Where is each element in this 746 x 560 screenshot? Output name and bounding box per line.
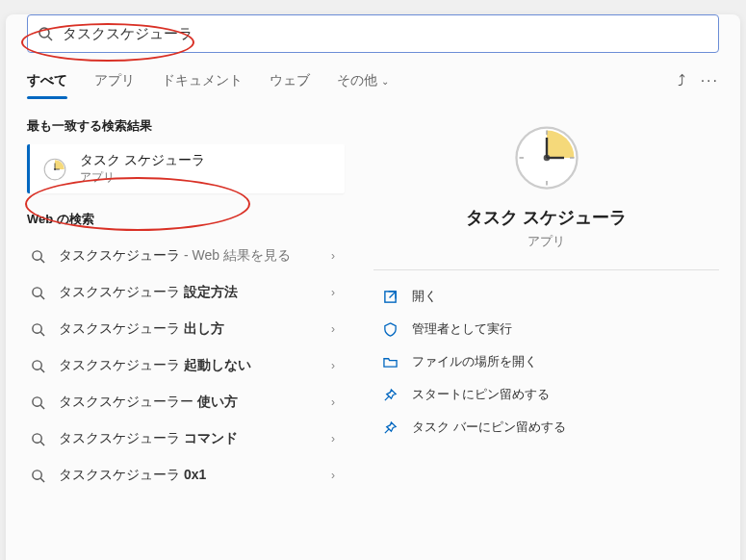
action-item[interactable]: スタートにピン留めする	[373, 378, 719, 411]
svg-line-9	[40, 295, 44, 299]
web-result-text: タスクスケジューラー 使い方	[59, 394, 318, 411]
tab-documents[interactable]: ドキュメント	[162, 64, 243, 97]
svg-line-19	[40, 478, 44, 482]
web-result-item[interactable]: タスクスケジューラ 0x1 ›	[27, 457, 345, 494]
chevron-right-icon: ›	[331, 249, 341, 263]
task-scheduler-icon	[41, 156, 68, 183]
detail-subtitle: アプリ	[527, 233, 565, 250]
share-icon[interactable]: ⤴	[678, 72, 685, 89]
search-icon	[31, 322, 45, 337]
action-label: 管理者として実行	[412, 320, 512, 338]
web-result-text: タスクスケジューラ コマンド	[59, 430, 318, 447]
action-item[interactable]: タスク バーにピン留めする	[373, 411, 719, 444]
web-list: タスクスケジューラ - Web 結果を見る › タスクスケジューラ 設定方法 ›…	[27, 238, 345, 494]
chevron-right-icon: ›	[331, 322, 341, 336]
tab-label: すべて	[27, 72, 67, 88]
search-icon	[31, 286, 45, 300]
svg-line-11	[40, 332, 44, 336]
tab-apps[interactable]: アプリ	[94, 64, 135, 97]
svg-point-6	[33, 250, 41, 259]
right-column: タスク スケジューラ アプリ 開く管理者として実行ファイルの場所を開くスタートに…	[373, 114, 719, 552]
open-icon	[381, 290, 399, 304]
web-result-item[interactable]: タスクスケジューラ - Web 結果を見る ›	[27, 238, 345, 274]
chevron-right-icon: ›	[331, 286, 341, 299]
pin-icon	[381, 420, 399, 435]
svg-line-7	[40, 259, 44, 263]
task-scheduler-icon-large	[512, 123, 581, 192]
svg-point-10	[33, 323, 41, 332]
web-section: Web の検索 タスクスケジューラ - Web 結果を見る › タスクスケジュー…	[27, 211, 345, 494]
search-icon	[31, 395, 45, 410]
content: 最も一致する検索結果 タスク スケジューラ アプリ Web の検索 タスクスケジ…	[27, 114, 719, 552]
chevron-right-icon: ›	[331, 432, 341, 445]
svg-point-18	[33, 470, 41, 478]
svg-point-14	[33, 396, 41, 405]
more-icon[interactable]: ···	[701, 72, 719, 89]
web-result-item[interactable]: タスクスケジューラ 設定方法 ›	[27, 274, 345, 311]
search-icon	[38, 26, 53, 41]
action-label: タスク バーにピン留めする	[412, 419, 566, 436]
folder-icon	[381, 355, 399, 369]
tab-label: ウェブ	[270, 72, 310, 88]
chevron-down-icon: ⌄	[381, 76, 389, 87]
svg-point-16	[33, 433, 41, 442]
search-icon	[31, 249, 45, 264]
svg-line-29	[389, 291, 396, 297]
action-label: スタートにピン留めする	[412, 386, 550, 403]
svg-point-8	[33, 287, 41, 295]
chevron-right-icon: ›	[331, 395, 341, 409]
best-match-subtitle: アプリ	[80, 169, 205, 186]
search-window: すべて アプリ ドキュメント ウェブ その他⌄ ⤴ ··· 最も一致する検索結果…	[6, 14, 740, 560]
tab-all[interactable]: すべて	[27, 64, 67, 97]
tab-more[interactable]: その他⌄	[337, 64, 389, 97]
action-label: ファイルの場所を開く	[412, 353, 537, 370]
best-match-title: タスク スケジューラ	[80, 152, 205, 169]
svg-line-13	[40, 369, 44, 372]
search-icon	[31, 469, 45, 483]
search-icon	[31, 359, 45, 373]
web-result-item[interactable]: タスクスケジューラー 使い方 ›	[27, 384, 345, 420]
chevron-right-icon: ›	[331, 469, 341, 482]
search-bar[interactable]	[27, 14, 719, 53]
search-icon	[31, 432, 45, 446]
best-match-heading: 最も一致する検索結果	[27, 117, 345, 135]
web-result-item[interactable]: タスクスケジューラ 出し方 ›	[27, 311, 345, 347]
action-item[interactable]: 開く	[373, 280, 719, 313]
admin-icon	[381, 322, 399, 337]
web-result-text: タスクスケジューラ 出し方	[59, 320, 318, 338]
web-heading: Web の検索	[27, 211, 345, 228]
web-result-text: タスクスケジューラ 0x1	[59, 467, 318, 484]
left-column: 最も一致する検索結果 タスク スケジューラ アプリ Web の検索 タスクスケジ…	[27, 114, 345, 552]
best-match-text: タスク スケジューラ アプリ	[80, 152, 205, 186]
action-label: 開く	[412, 288, 437, 305]
tab-label: その他	[337, 72, 377, 88]
web-result-text: タスクスケジューラ 起動しない	[59, 357, 318, 374]
pin-icon	[381, 388, 399, 402]
tab-actions: ⤴ ···	[678, 72, 719, 89]
best-match-item[interactable]: タスク スケジューラ アプリ	[27, 144, 345, 193]
web-result-item[interactable]: タスクスケジューラ 起動しない ›	[27, 347, 345, 384]
svg-line-1	[48, 37, 52, 40]
svg-line-15	[40, 405, 44, 409]
detail-panel: タスク スケジューラ アプリ 開く管理者として実行ファイルの場所を開くスタートに…	[373, 114, 719, 444]
tab-label: ドキュメント	[162, 72, 243, 88]
action-item[interactable]: 管理者として実行	[373, 313, 719, 345]
svg-point-12	[33, 360, 41, 369]
action-item[interactable]: ファイルの場所を開く	[373, 345, 719, 378]
web-result-text: タスクスケジューラ 設定方法	[59, 284, 318, 301]
svg-point-0	[39, 28, 49, 38]
svg-line-17	[40, 442, 44, 445]
detail-title: タスク スケジューラ	[466, 206, 627, 229]
search-input[interactable]	[63, 26, 708, 42]
web-result-text: タスクスケジューラ - Web 結果を見る	[59, 247, 318, 265]
tab-label: アプリ	[94, 72, 135, 88]
divider	[373, 269, 719, 270]
web-result-item[interactable]: タスクスケジューラ コマンド ›	[27, 420, 345, 457]
tabs-bar: すべて アプリ ドキュメント ウェブ その他⌄ ⤴ ···	[27, 64, 719, 98]
tab-web[interactable]: ウェブ	[270, 64, 310, 97]
chevron-right-icon: ›	[331, 359, 341, 372]
action-list: 開く管理者として実行ファイルの場所を開くスタートにピン留めするタスク バーにピン…	[373, 280, 719, 444]
